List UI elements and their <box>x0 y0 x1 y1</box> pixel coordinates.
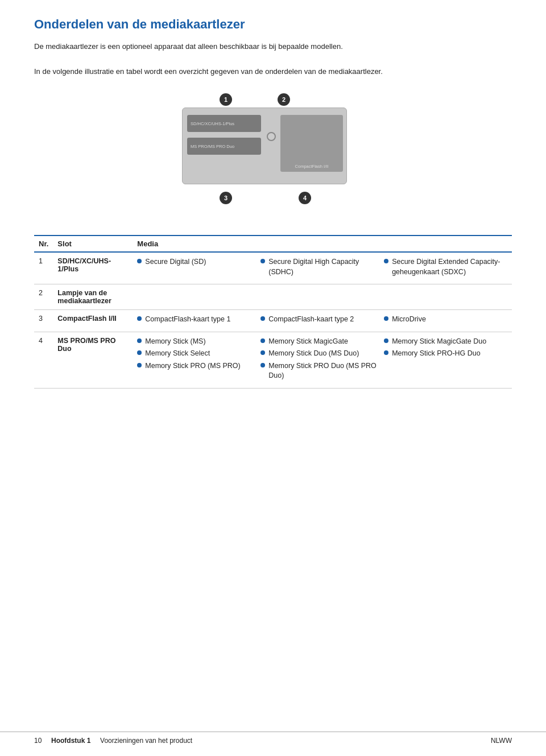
media-item-label: Memory Stick Duo (MS Duo) <box>268 349 359 359</box>
cell-nr-3: 4 <box>34 332 53 388</box>
cell-nr-0: 1 <box>34 252 53 284</box>
intro-paragraph-1: De mediakaartlezer is een optioneel appa… <box>34 41 512 52</box>
media-group-2-0: CompactFlash-kaart type 1 <box>137 315 260 327</box>
col-header-slot: Slot <box>53 236 133 252</box>
slot-upper-label: SD/HC/XC/UHS-1/Plus <box>191 121 234 126</box>
diagram: SD/HC/XC/UHS-1/Plus MS PRO/MS PRO Duo Co… <box>34 90 512 221</box>
cell-media-0: Secure Digital (SD)Secure Digital High C… <box>133 252 512 284</box>
media-item: CompactFlash-kaart type 1 <box>137 315 260 325</box>
media-table: Nr. Slot Media 1SD/HC/XC/UHS-1/PlusSecur… <box>34 235 512 389</box>
media-item: Secure Digital High Capacity (SDHC) <box>260 257 384 277</box>
bullet-icon <box>260 363 265 367</box>
cell-slot-1: Lampje van de mediakaartlezer <box>53 284 133 310</box>
media-item-label: Memory Stick MagicGate <box>268 337 348 347</box>
media-group-0-0: Secure Digital (SD) <box>137 257 260 279</box>
media-item-label: Memory Stick PRO Duo (MS PRO Duo) <box>268 361 384 381</box>
media-group-2-2: MicroDrive <box>384 315 507 327</box>
media-item: MicroDrive <box>384 315 507 325</box>
media-item: Memory Stick PRO Duo (MS PRO Duo) <box>260 361 384 381</box>
media-item-label: CompactFlash-kaart type 2 <box>268 315 354 325</box>
footer-page-number: 10 <box>34 737 42 745</box>
media-item: Memory Stick MagicGate Duo <box>384 337 507 347</box>
callout-1: 1 <box>220 93 232 106</box>
footer-chapter-title: Voorzieningen van het product <box>100 737 192 745</box>
table-row: 1SD/HC/XC/UHS-1/PlusSecure Digital (SD)S… <box>34 252 512 284</box>
col-header-nr: Nr. <box>34 236 53 252</box>
table-row: 2Lampje van de mediakaartlezer <box>34 284 512 310</box>
bullet-icon <box>260 338 265 343</box>
intro-paragraph-2: In de volgende illustratie en tabel word… <box>34 66 512 77</box>
bullet-icon <box>137 259 142 263</box>
table-row: 4MS PRO/MS PRO DuoMemory Stick (MS)Memor… <box>34 332 512 388</box>
cell-nr-1: 2 <box>34 284 53 310</box>
page-title: Onderdelen van de mediakaartlezer <box>34 17 512 32</box>
cell-media-2: CompactFlash-kaart type 1CompactFlash-ka… <box>133 310 512 332</box>
media-item: Memory Stick Select <box>137 349 260 359</box>
callout-4: 4 <box>299 192 311 204</box>
bullet-icon <box>384 259 388 263</box>
cell-media-1 <box>133 284 512 310</box>
table-row: 3CompactFlash I/IICompactFlash-kaart typ… <box>34 310 512 332</box>
bullet-icon <box>137 350 142 355</box>
footer-chapter-label: Hoofdstuk 1 <box>51 737 90 745</box>
media-item: Memory Stick MagicGate <box>260 337 384 347</box>
media-item: Memory Stick PRO-HG Duo <box>384 349 507 359</box>
cell-nr-2: 3 <box>34 310 53 332</box>
col-header-media: Media <box>133 236 512 252</box>
cell-media-3: Memory Stick (MS)Memory Stick SelectMemo… <box>133 332 512 388</box>
bullet-icon <box>137 316 142 321</box>
cell-slot-0: SD/HC/XC/UHS-1/Plus <box>53 252 133 284</box>
media-item: Memory Stick Duo (MS Duo) <box>260 349 384 359</box>
cell-slot-2: CompactFlash I/II <box>53 310 133 332</box>
media-item: CompactFlash-kaart type 2 <box>260 315 384 325</box>
page-footer: 10 Hoofdstuk 1 Voorzieningen van het pro… <box>0 732 546 745</box>
media-group-0-2: Secure Digital Extended Capacity-geheuge… <box>384 257 507 279</box>
media-group-3-0: Memory Stick (MS)Memory Stick SelectMemo… <box>137 337 260 383</box>
media-item: Secure Digital Extended Capacity-geheuge… <box>384 257 507 277</box>
slot-right-label: CompactFlash I/II <box>295 164 329 169</box>
media-group-2-1: CompactFlash-kaart type 2 <box>260 315 384 327</box>
footer-left: 10 Hoofdstuk 1 Voorzieningen van het pro… <box>34 737 192 745</box>
media-item-label: Memory Stick Select <box>145 349 210 359</box>
bullet-icon <box>384 338 388 343</box>
media-item-label: Memory Stick PRO-HG Duo <box>392 349 481 359</box>
media-item-label: Secure Digital High Capacity (SDHC) <box>268 257 384 277</box>
footer-locale: NLWW <box>491 737 512 745</box>
media-group-3-2: Memory Stick MagicGate DuoMemory Stick P… <box>384 337 507 383</box>
cell-slot-3: MS PRO/MS PRO Duo <box>53 332 133 388</box>
bullet-icon <box>260 316 265 321</box>
media-item-label: Memory Stick (MS) <box>145 337 205 347</box>
media-item-label: Secure Digital (SD) <box>145 257 206 267</box>
media-item-label: MicroDrive <box>392 315 426 325</box>
media-item-label: Secure Digital Extended Capacity-geheuge… <box>392 257 507 277</box>
media-item-label: CompactFlash-kaart type 1 <box>145 315 230 325</box>
slot-lower-label: MS PRO/MS PRO Duo <box>191 144 234 149</box>
media-item-label: Memory Stick PRO (MS PRO) <box>145 361 240 371</box>
bullet-icon <box>137 338 142 343</box>
media-group-0-1: Secure Digital High Capacity (SDHC) <box>260 257 384 279</box>
callout-3: 3 <box>220 192 232 204</box>
bullet-icon <box>260 350 265 355</box>
bullet-icon <box>384 316 388 321</box>
bullet-icon <box>260 259 265 263</box>
callout-2: 2 <box>278 93 290 106</box>
media-item: Memory Stick (MS) <box>137 337 260 347</box>
media-item: Secure Digital (SD) <box>137 257 260 267</box>
media-item: Memory Stick PRO (MS PRO) <box>137 361 260 371</box>
media-item-label: Memory Stick MagicGate Duo <box>392 337 486 347</box>
media-group-3-1: Memory Stick MagicGateMemory Stick Duo (… <box>260 337 384 383</box>
slot-button <box>267 132 276 141</box>
bullet-icon <box>384 350 388 355</box>
bullet-icon <box>137 363 142 367</box>
